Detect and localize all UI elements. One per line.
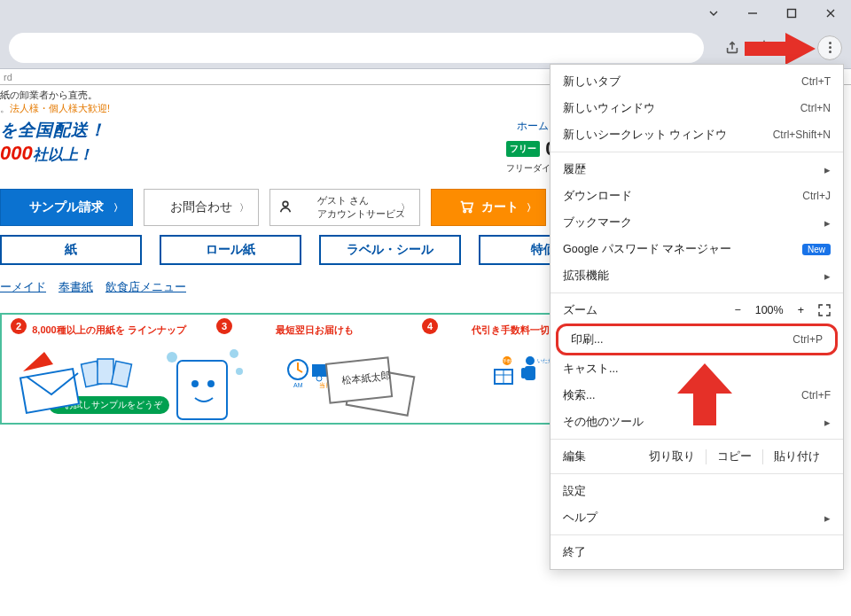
- tagline-1: 紙の卸業者から直売。: [0, 89, 110, 102]
- window-chevron-icon[interactable]: [697, 3, 730, 24]
- submenu-arrow-icon: ▸: [824, 511, 831, 525]
- menu-exit[interactable]: 終了: [550, 539, 843, 565]
- svg-point-26: [192, 381, 198, 386]
- menu-paste[interactable]: 貼り付け: [762, 449, 831, 464]
- zoom-out-button[interactable]: −: [734, 304, 740, 316]
- window-minimize-button[interactable]: [736, 3, 769, 24]
- svg-point-2: [464, 210, 466, 213]
- subnav-a[interactable]: ーメイド: [0, 279, 46, 295]
- chevron-right-icon: 〉: [113, 201, 123, 214]
- business-cards-icon: 松本紙太郎: [319, 345, 426, 425]
- account-button[interactable]: ゲスト さん アカウントサービス 〉: [269, 189, 420, 226]
- zoom-value: 100%: [755, 304, 784, 316]
- shortcut-text: Ctrl+P: [792, 333, 823, 346]
- chevron-right-icon: 〉: [401, 201, 410, 214]
- tab-label[interactable]: ラベル・シール: [319, 235, 461, 265]
- menu-edit: 編集 切り取り コピー 貼り付け: [550, 443, 843, 470]
- promo-number: 000: [0, 142, 33, 164]
- menu-copy[interactable]: コピー: [706, 449, 762, 464]
- annotation-arrow-up: [674, 363, 736, 425]
- menu-zoom: ズーム − 100% +: [550, 297, 843, 324]
- submenu-arrow-icon: ▸: [824, 163, 831, 176]
- shortcut-text: Ctrl+Shift+N: [773, 129, 831, 141]
- cart-button[interactable]: カート〉: [431, 189, 546, 226]
- menu-bookmarks[interactable]: ブックマーク▸: [550, 209, 843, 236]
- address-bar[interactable]: [9, 33, 704, 63]
- window-close-button[interactable]: [814, 3, 847, 24]
- window-maximize-button[interactable]: [775, 3, 808, 24]
- envelope-icon: [18, 345, 89, 425]
- svg-point-1: [283, 201, 288, 207]
- menu-extensions[interactable]: 拡張機能▸: [550, 262, 843, 289]
- menu-settings[interactable]: 設定: [550, 478, 843, 504]
- shortcut-text: Ctrl+F: [801, 389, 831, 402]
- tagline-2a: 。: [0, 103, 10, 113]
- cart-label: カート: [481, 199, 519, 215]
- submenu-arrow-icon: ▸: [824, 269, 831, 283]
- svg-point-3: [469, 210, 472, 213]
- svg-point-27: [208, 381, 214, 386]
- svg-rect-0: [788, 10, 796, 18]
- contact-label: お問合わせ: [170, 199, 232, 215]
- account-line2: アカウントサービス: [317, 207, 405, 221]
- url-text: rd: [4, 72, 12, 82]
- submenu-arrow-icon: ▸: [824, 216, 831, 230]
- menu-downloads[interactable]: ダウンロードCtrl+J: [550, 183, 843, 209]
- menu-new-window[interactable]: 新しいウィンドウCtrl+N: [550, 95, 843, 121]
- svg-rect-24: [20, 369, 79, 413]
- user-icon: [277, 199, 293, 216]
- menu-help[interactable]: ヘルプ▸: [550, 504, 843, 531]
- shortcut-text: Ctrl+J: [802, 190, 831, 202]
- shortcut-text: Ctrl+T: [801, 75, 831, 88]
- account-line1: ゲスト さん: [317, 194, 405, 207]
- subnav-c[interactable]: 飲食店メニュー: [105, 279, 186, 295]
- svg-point-29: [230, 349, 238, 358]
- menu-password-manager[interactable]: Google パスワード マネージャーNew: [550, 236, 843, 262]
- sample-request-button[interactable]: サンプル請求〉: [0, 189, 133, 226]
- promo-block: を全国配送！ 000社以上！: [0, 119, 168, 175]
- sample-label: サンプル請求: [29, 199, 104, 215]
- menu-history[interactable]: 履歴▸: [550, 156, 843, 183]
- promo-line1: を全国配送！: [0, 119, 168, 142]
- freedial-badge: フリー: [506, 141, 540, 157]
- contact-button[interactable]: お問合わせ〉: [144, 189, 259, 226]
- svg-point-28: [167, 352, 177, 363]
- menu-cut[interactable]: 切り取り: [638, 449, 706, 464]
- svg-rect-25: [177, 361, 227, 419]
- subnav-b[interactable]: 奉書紙: [59, 279, 93, 295]
- new-badge: New: [802, 244, 831, 255]
- chevron-right-icon: 〉: [527, 201, 536, 214]
- svg-point-30: [236, 368, 243, 375]
- tagline-2b: 法人様・個人様大歓迎!: [10, 103, 110, 113]
- browser-toolbar: [0, 27, 851, 69]
- chevron-right-icon: 〉: [239, 201, 249, 214]
- zoom-in-button[interactable]: +: [798, 304, 804, 316]
- paper-character-icon: [160, 345, 248, 425]
- fullscreen-icon[interactable]: [818, 304, 831, 316]
- menu-print[interactable]: 印刷...Ctrl+P: [558, 326, 835, 353]
- window-titlebar: [0, 0, 851, 27]
- annotation-arrow-right: [745, 31, 816, 66]
- menu-incognito[interactable]: 新しいシークレット ウィンドウCtrl+Shift+N: [550, 121, 843, 148]
- cart-icon: [458, 199, 474, 217]
- menu-new-tab[interactable]: 新しいタブCtrl+T: [550, 68, 843, 95]
- tab-paper[interactable]: 紙: [0, 235, 142, 265]
- shortcut-text: Ctrl+N: [800, 102, 831, 114]
- link-home[interactable]: ホーム: [517, 119, 549, 134]
- promo-rest: 社以上！: [33, 146, 93, 163]
- chrome-menu-button[interactable]: [817, 35, 842, 60]
- submenu-arrow-icon: ▸: [824, 416, 831, 429]
- tab-roll[interactable]: ロール紙: [160, 235, 301, 265]
- chrome-menu: 新しいタブCtrl+T 新しいウィンドウCtrl+N 新しいシークレット ウィン…: [550, 64, 844, 570]
- share-icon[interactable]: [722, 37, 743, 58]
